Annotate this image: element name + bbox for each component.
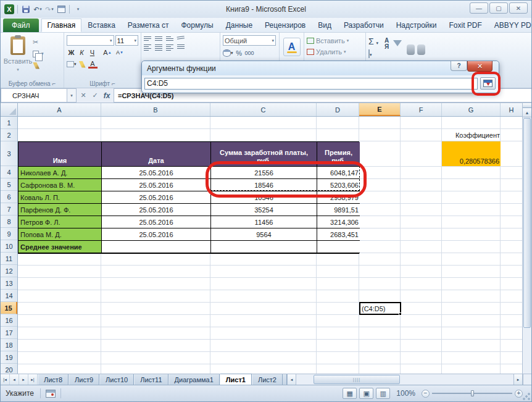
prev-sheet-button[interactable]: ◂ xyxy=(10,374,19,385)
tab-home[interactable]: Главная xyxy=(41,19,82,32)
sheet-tab-list1-active[interactable]: Лист1 xyxy=(220,374,252,385)
sort-filter-button[interactable]: А Я xyxy=(384,38,401,56)
page-break-view-button[interactable]: ▥ xyxy=(376,388,390,399)
sheet-tab-list2[interactable]: Лист2 xyxy=(252,374,283,385)
sheet-tab-list9[interactable]: Лист9 xyxy=(69,374,99,385)
currency-format-button[interactable]: ▾ xyxy=(223,48,233,58)
tab-view[interactable]: Вид xyxy=(312,19,338,32)
hscroll-left-icon[interactable]: ◂ xyxy=(287,374,296,385)
align-left-icon[interactable] xyxy=(144,44,151,51)
cell-d8[interactable]: 3214,306 xyxy=(317,216,360,228)
row-header-2[interactable]: 2 xyxy=(1,129,17,141)
row-header-12[interactable]: 12 xyxy=(1,265,17,277)
normal-view-button[interactable]: ▦ xyxy=(343,388,357,399)
row-header-5[interactable]: 5 xyxy=(1,178,17,191)
cell-a9[interactable]: Попова М. Д. xyxy=(19,228,102,241)
underline-button[interactable]: Ч xyxy=(88,48,97,57)
cancel-formula-button[interactable]: ✕ xyxy=(78,90,89,101)
cell-b10[interactable] xyxy=(102,241,211,253)
excel-logo-icon[interactable]: X xyxy=(4,4,14,14)
cell-c10[interactable] xyxy=(211,241,317,253)
horizontal-scroll-thumb[interactable]: |||| xyxy=(314,375,400,384)
tab-formulas[interactable]: Формулы xyxy=(175,19,220,32)
insert-cells-button[interactable]: Вставить ▾ xyxy=(307,35,363,46)
next-sheet-button[interactable]: ▸ xyxy=(19,374,28,385)
align-top-icon[interactable] xyxy=(144,36,151,41)
first-sheet-button[interactable]: |◂ xyxy=(1,374,10,385)
resize-grip[interactable] xyxy=(523,393,530,400)
sheet-tab-list11[interactable]: Лист11 xyxy=(134,374,168,385)
row-header-11[interactable]: 11 xyxy=(1,253,17,265)
undo-button[interactable]: ↶▾ xyxy=(33,4,43,14)
tab-insert[interactable]: Вставка xyxy=(81,19,122,32)
split-handle[interactable] xyxy=(523,103,531,108)
row-header-18[interactable]: 18 xyxy=(1,339,17,351)
align-middle-icon[interactable] xyxy=(155,36,162,41)
tab-file[interactable]: Файл xyxy=(3,19,39,32)
cell-c9[interactable]: 9564 xyxy=(211,228,317,241)
dialog-title-bar[interactable]: Аргументы функции xyxy=(142,61,499,75)
bold-button[interactable]: Ж xyxy=(67,48,76,57)
name-box[interactable]: СРЗНАЧ xyxy=(1,88,67,103)
format-painter-button[interactable] xyxy=(33,61,44,70)
maximize-button[interactable]: ▢ xyxy=(489,2,508,14)
row-header-8[interactable]: 8 xyxy=(1,216,17,228)
close-button[interactable]: ✕ xyxy=(509,2,528,14)
align-center-icon[interactable] xyxy=(155,44,162,51)
sheet-tab-diagram1[interactable]: Диаграмма1 xyxy=(168,374,220,385)
column-header-g[interactable]: G xyxy=(442,103,501,116)
save-button[interactable] xyxy=(21,4,31,14)
merge-center-icon[interactable] xyxy=(177,44,185,51)
tab-foxit-pdf[interactable]: Foxit PDF xyxy=(443,19,488,32)
hscroll-right-icon[interactable]: ▸ xyxy=(513,374,523,385)
page-layout-view-button[interactable]: ▣ xyxy=(359,388,373,399)
column-header-a[interactable]: A xyxy=(18,103,101,116)
name-box-dropdown[interactable]: ▾ xyxy=(67,88,77,103)
fill-handle[interactable] xyxy=(399,312,402,316)
column-header-b[interactable]: B xyxy=(101,103,210,116)
borders-button[interactable]: ▾ xyxy=(67,59,77,69)
sheet-tab-list8[interactable]: Лист8 xyxy=(38,374,69,385)
row-header-4[interactable]: 4 xyxy=(1,166,17,178)
sheet-tab-list10[interactable]: Лист10 xyxy=(99,374,134,385)
cell-d10[interactable] xyxy=(317,241,360,253)
cell-c8[interactable]: 11456 xyxy=(211,216,317,228)
row-header-1[interactable]: 1 xyxy=(1,117,17,129)
fill-color-button[interactable] xyxy=(78,59,87,69)
range-input[interactable]: C4:D5 xyxy=(144,78,478,90)
copy-button[interactable]: ▾ xyxy=(33,49,44,58)
find-select-button[interactable] xyxy=(407,39,425,55)
tab-addins[interactable]: Надстройки xyxy=(390,19,443,32)
enter-formula-button[interactable]: ✓ xyxy=(89,90,101,101)
quick-print-button[interactable] xyxy=(56,4,66,14)
percent-format-button[interactable]: % xyxy=(235,48,244,58)
shrink-font-button[interactable]: А▼ xyxy=(114,48,125,57)
row-header-19[interactable]: 19 xyxy=(1,351,17,364)
function-arguments-dialog[interactable]: Аргументы функции ? ✕ C4:D5 xyxy=(141,61,499,93)
redo-button[interactable]: ↷▾ xyxy=(44,4,54,14)
zoom-level[interactable]: 100% xyxy=(396,389,415,398)
cell-b7[interactable]: 25.05.2016 xyxy=(102,204,211,216)
cell-a4[interactable]: Николаев А. Д. xyxy=(19,167,102,179)
cell-a6[interactable]: Коваль Л. П. xyxy=(19,191,102,204)
column-header-f[interactable]: F xyxy=(401,103,442,116)
tab-abbyy-pdf[interactable]: ABBYY PDF T xyxy=(488,19,532,32)
row-header-3[interactable]: 3 xyxy=(1,141,17,166)
row-header-9[interactable]: 9 xyxy=(1,228,17,240)
cell-b5[interactable]: 25.05.2016 xyxy=(102,179,211,191)
cut-button[interactable]: ✂ xyxy=(33,38,44,46)
column-header-d[interactable]: D xyxy=(317,103,359,116)
coefficient-value-cell[interactable]: 0,280578366 xyxy=(442,141,501,166)
cell-d9[interactable]: 2683,451 xyxy=(317,228,360,241)
tab-splitter[interactable] xyxy=(283,374,287,385)
autosum-button[interactable]: Σ ▾ xyxy=(368,36,378,46)
cell-c7[interactable]: 35254 xyxy=(211,204,317,216)
zoom-thumb[interactable] xyxy=(471,390,474,396)
cell-a7[interactable]: Парфенов Д. Ф. xyxy=(19,204,102,216)
align-right-icon[interactable] xyxy=(166,44,173,51)
tab-data[interactable]: Данные xyxy=(220,19,259,32)
italic-button[interactable]: К xyxy=(77,48,86,57)
customize-qat-button[interactable]: ▾ xyxy=(73,4,83,14)
row-header-14[interactable]: 14 xyxy=(1,290,17,302)
zoom-in-icon[interactable]: + xyxy=(515,390,523,398)
